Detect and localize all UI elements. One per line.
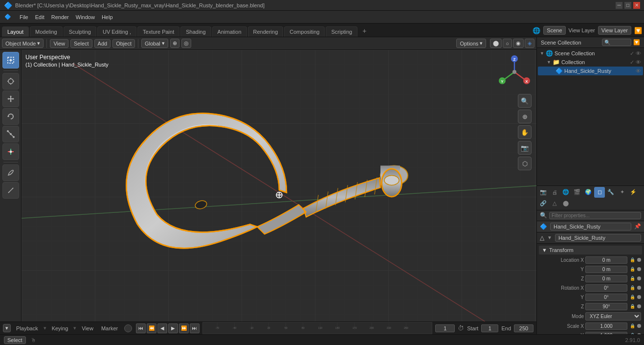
- scale-x-value[interactable]: 1.000: [585, 322, 627, 330]
- viewport-3d[interactable]: User Perspective (1) Collection | Hand_S…: [22, 50, 536, 322]
- menu-edit[interactable]: Edit: [32, 13, 47, 21]
- object-mode-button[interactable]: Object Mode ▾: [2, 39, 44, 48]
- viewport-gizmo[interactable]: Z X Y: [497, 55, 532, 89]
- tab-shading[interactable]: Shading: [180, 26, 211, 37]
- menu-render[interactable]: Render: [48, 13, 72, 21]
- prev-keyframe-button[interactable]: ⏪: [147, 323, 156, 333]
- minimize-button[interactable]: ─: [616, 2, 622, 9]
- view-layer-props-icon[interactable]: 🌐: [560, 187, 571, 198]
- constraints-props-icon[interactable]: 🔗: [538, 198, 549, 209]
- viewport-shading-material[interactable]: ◈: [525, 39, 534, 48]
- transform-section-header[interactable]: ▼ Transform: [539, 246, 642, 254]
- rotation-y-value[interactable]: 0°: [585, 294, 627, 301]
- props-search-input[interactable]: [549, 212, 641, 219]
- location-x-keyframe-dot[interactable]: [637, 258, 641, 262]
- end-frame-input[interactable]: 250: [514, 324, 533, 332]
- outliner-item-collection[interactable]: ▼ 📁 Collection ✓ 👁: [538, 58, 643, 67]
- world-props-icon[interactable]: 🌍: [583, 187, 594, 198]
- scale-tool[interactable]: [2, 126, 19, 142]
- viewport-shading-solid[interactable]: ⬤: [490, 39, 502, 48]
- rotate-tool[interactable]: [2, 108, 19, 125]
- collection-check[interactable]: ✓: [630, 59, 634, 66]
- scale-x-lock-icon[interactable]: 🔒: [629, 323, 636, 328]
- tab-sculpting[interactable]: Sculpting: [64, 26, 96, 37]
- timeline-scrubber[interactable]: -70 -40 -10 20 50 80 110 140 170 200 230…: [202, 322, 432, 334]
- outliner-filter-icon[interactable]: 🔽: [633, 39, 640, 46]
- outliner-item-scene-collection[interactable]: ▼ 🌐 Scene Collection ✓ 👁: [538, 49, 643, 58]
- viewport-shading-wire[interactable]: ○: [503, 39, 512, 48]
- jump-end-button[interactable]: ⏭: [190, 323, 200, 333]
- collection-eye[interactable]: 👁: [636, 59, 641, 66]
- object-menu-button[interactable]: Object: [112, 39, 135, 48]
- material-props-icon[interactable]: ⬤: [560, 198, 571, 209]
- rotation-z-keyframe-dot[interactable]: [637, 304, 641, 308]
- view-menu-button-tl[interactable]: View: [79, 325, 96, 332]
- pin-icon[interactable]: 📌: [634, 223, 641, 230]
- rotation-y-lock-icon[interactable]: 🔒: [629, 295, 636, 299]
- data-props-icon[interactable]: △: [549, 198, 560, 209]
- data-name-label[interactable]: Hand_Sickle_Rusty: [555, 234, 641, 242]
- tab-uv-editing[interactable]: UV Editing ,: [97, 26, 136, 37]
- scene-selector[interactable]: Scene: [543, 26, 565, 35]
- keying-menu-button[interactable]: Keying: [49, 325, 71, 332]
- rotation-x-lock-icon[interactable]: 🔒: [629, 285, 636, 290]
- output-props-icon[interactable]: 🖨: [549, 187, 560, 198]
- tab-modeling[interactable]: Modeling: [30, 26, 63, 37]
- scene-props-icon[interactable]: 🎬: [572, 187, 582, 198]
- zoom-in-button[interactable]: 🔍: [518, 94, 532, 108]
- status-select-button[interactable]: Select: [4, 336, 26, 344]
- camera-button[interactable]: 📷: [518, 141, 532, 155]
- pan-button[interactable]: ✋: [518, 125, 532, 139]
- location-z-lock-icon[interactable]: 🔒: [629, 276, 636, 281]
- playback-menu-button[interactable]: Playback: [14, 325, 41, 332]
- outliner-search[interactable]: 🔍: [602, 39, 631, 46]
- proportional-edit[interactable]: ◎: [181, 39, 191, 48]
- menu-window[interactable]: Window: [73, 13, 98, 21]
- add-workspace-button[interactable]: +: [358, 25, 370, 37]
- isometric-button[interactable]: ⬡: [518, 157, 532, 170]
- start-frame-input[interactable]: 1: [481, 324, 498, 332]
- options-button[interactable]: Options ▾: [456, 39, 486, 48]
- zoom-out-button[interactable]: ⊕: [518, 110, 532, 123]
- rotation-z-value[interactable]: 90°: [585, 303, 627, 310]
- location-z-keyframe-dot[interactable]: [637, 276, 641, 280]
- physics-props-icon[interactable]: ⚡: [628, 187, 639, 198]
- jump-start-button[interactable]: ⏮: [136, 323, 146, 333]
- viewport-shading-render[interactable]: ◉: [513, 39, 524, 48]
- scene-collection-eye[interactable]: 👁: [636, 50, 641, 57]
- measure-tool[interactable]: [2, 182, 19, 199]
- next-keyframe-button[interactable]: ⏩: [179, 323, 189, 333]
- select-menu-button[interactable]: Select: [70, 39, 92, 48]
- hand-sickle-eye[interactable]: 👁: [636, 68, 641, 74]
- location-y-lock-icon[interactable]: 🔒: [629, 267, 636, 272]
- play-button[interactable]: ▶: [168, 323, 178, 333]
- tab-texture-paint[interactable]: Texture Paint: [137, 26, 179, 37]
- object-name-label[interactable]: Hand_Sickle_Rusty: [550, 223, 631, 230]
- location-x-lock-icon[interactable]: 🔒: [629, 257, 636, 262]
- tab-animation[interactable]: Animation: [212, 26, 247, 37]
- view-menu-button[interactable]: View: [50, 39, 68, 48]
- menu-help[interactable]: Help: [99, 13, 116, 21]
- location-x-value[interactable]: 0 m: [585, 256, 627, 264]
- current-frame-input[interactable]: 1: [435, 324, 455, 332]
- object-props-icon[interactable]: ◻: [594, 187, 605, 198]
- particles-props-icon[interactable]: ✦: [617, 187, 627, 198]
- move-tool[interactable]: [2, 91, 19, 107]
- transform-orientation-button[interactable]: Global ▾: [141, 39, 168, 48]
- tab-compositing[interactable]: Compositing: [284, 26, 325, 37]
- cursor-tool[interactable]: [2, 73, 19, 90]
- rotation-x-value[interactable]: 0°: [585, 284, 627, 292]
- transform-tool[interactable]: [2, 143, 19, 160]
- maximize-button[interactable]: □: [624, 2, 631, 9]
- tab-scripting[interactable]: Scripting: [326, 26, 357, 37]
- render-props-icon[interactable]: 📷: [538, 187, 549, 198]
- add-menu-button[interactable]: Add: [94, 39, 111, 48]
- close-button[interactable]: ✕: [633, 2, 640, 9]
- timeline-dropdown[interactable]: ▾: [3, 324, 11, 332]
- snap-toggle[interactable]: ⊕: [170, 39, 179, 48]
- scale-x-keyframe-dot[interactable]: [637, 324, 641, 328]
- tab-layout[interactable]: Layout: [2, 26, 29, 37]
- rotation-y-keyframe-dot[interactable]: [637, 295, 641, 299]
- rotation-x-keyframe-dot[interactable]: [637, 286, 641, 290]
- location-y-value[interactable]: 0 m: [585, 266, 627, 273]
